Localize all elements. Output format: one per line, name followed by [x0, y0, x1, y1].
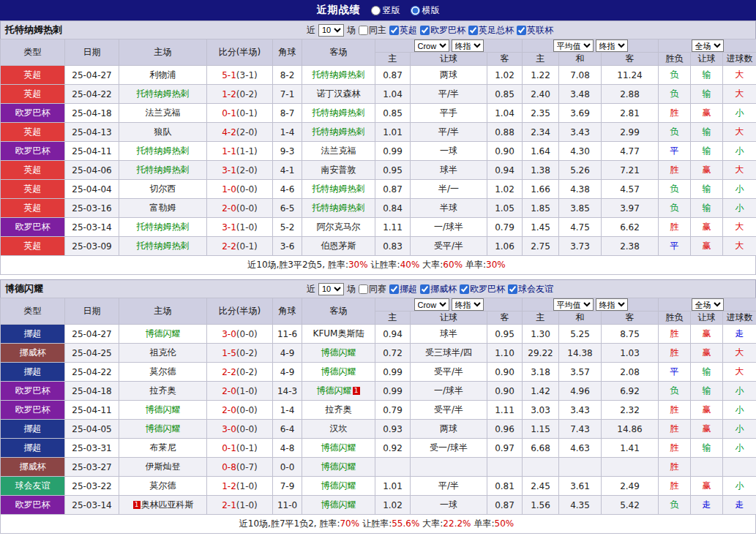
full-score: 4-2 — [222, 127, 236, 137]
league-filter[interactable]: 挪威杯 — [420, 283, 457, 295]
handicap-stage-select[interactable]: 终指 — [452, 298, 484, 311]
handicap-line-cell: 一球 — [411, 142, 487, 161]
league-filter[interactable]: 英联杯 — [517, 24, 553, 37]
subcol-result-goals: 进球数 — [723, 312, 756, 325]
league-filter[interactable]: 欧罗巴杯 — [420, 24, 465, 37]
home-team-name: 莫尔德 — [150, 480, 176, 491]
league-filter[interactable]: 挪超 — [389, 283, 417, 295]
average-select[interactable]: 平均值 — [553, 298, 594, 311]
handicap-home-odds-cell: 0.99 — [375, 142, 411, 161]
handicap-stage-select[interactable]: 终指 — [452, 39, 484, 52]
result-wdl-cell: 平 — [659, 142, 691, 161]
red-card-marker: 1 — [353, 387, 360, 395]
same-venue-filter[interactable]: 同赛 — [359, 283, 386, 295]
league-checkbox[interactable] — [508, 284, 517, 294]
horizontal-radio[interactable] — [411, 6, 420, 15]
league-badge: 英超 — [1, 66, 65, 85]
date-cell: 25-04-06 — [65, 161, 119, 180]
scope-select[interactable]: 全场 — [692, 298, 724, 311]
same-venue-checkbox[interactable] — [359, 284, 368, 294]
same-venue-label: 同主 — [369, 24, 386, 37]
subcol-result-handicap: 让球 — [691, 312, 723, 325]
league-filter[interactable]: 欧罗巴杯 — [460, 283, 505, 295]
match-row: 挪超25-03-31布莱尼0-1(0-1)4-8博德闪耀0.92受一/球半0.9… — [1, 439, 756, 458]
team-section-tottenham: 托特纳姆热刺 近 10 场 同主 英超欧罗巴杯英足总杯英联杯 类型 日期 主场 … — [0, 20, 756, 275]
result-goals-cell: 小 — [723, 142, 756, 161]
half-score: (0-7) — [236, 462, 258, 472]
col-corner: 角球 — [273, 39, 302, 66]
handicap-line-cell: 半球 — [411, 199, 487, 218]
avg-home-odds-cell: 3.03 — [523, 401, 559, 420]
league-badge: 英超 — [1, 237, 65, 256]
result-wdl-cell: 胜 — [659, 401, 691, 420]
away-team-cell: 诺丁汉森林 — [302, 85, 375, 104]
filter-bar: 近 10 场 同赛 挪超挪威杯欧罗巴杯球会友谊 — [307, 283, 553, 295]
handicap-line-cell: 两球 — [411, 420, 487, 439]
result-goals-cell: 小 — [723, 104, 756, 123]
result-handicap-cell: 赢 — [691, 237, 723, 256]
league-filter[interactable]: 英超 — [389, 24, 417, 37]
league-badge: 欧罗巴杯 — [1, 496, 65, 515]
recent-count-select[interactable]: 10 — [318, 283, 344, 295]
league-filter[interactable]: 英足总杯 — [468, 24, 514, 37]
avg-away-odds-cell: 2.99 — [602, 123, 659, 142]
same-venue-filter[interactable]: 同主 — [359, 24, 386, 37]
home-team-cell: 莫尔德 — [119, 363, 207, 382]
away-team-cell: 博德闪耀 — [302, 496, 375, 515]
top-bar: 近期战绩 竖版 横版 — [0, 0, 756, 20]
same-venue-checkbox[interactable] — [359, 26, 368, 35]
away-team-cell: 阿尔克马尔 — [302, 218, 375, 237]
avg-away-odds-cell: 6.62 — [602, 218, 659, 237]
europe-odds-group-header: 平均值 终指 — [523, 39, 659, 53]
league-filter-label: 球会友谊 — [518, 283, 553, 295]
handicap-away-odds-cell: 1.05 — [487, 199, 523, 218]
avg-away-odds-cell: 7.21 — [602, 161, 659, 180]
score-cell: 2-2(0-1) — [207, 237, 273, 256]
handicap-away-odds-cell: 0.81 — [487, 477, 523, 496]
handicap-home-odds-cell: 0.87 — [375, 180, 411, 199]
scope-select[interactable]: 全场 — [692, 39, 724, 52]
bookmaker-select[interactable]: Crow — [414, 298, 449, 311]
near-label: 近 — [307, 283, 315, 295]
vertical-radio[interactable] — [371, 6, 381, 15]
result-wdl-cell: 胜 — [659, 420, 691, 439]
league-checkbox[interactable] — [460, 284, 469, 294]
full-score: 3-1 — [222, 222, 236, 233]
recent-count-select[interactable]: 10 — [318, 24, 344, 37]
league-checkbox[interactable] — [420, 26, 430, 35]
europe-stage-select[interactable]: 终指 — [596, 39, 628, 52]
avg-home-odds-cell: 2.40 — [523, 85, 559, 104]
handicap-away-odds-cell: 1.02 — [487, 180, 523, 199]
handicap-away-odds-cell: 0.94 — [487, 161, 523, 180]
col-home: 主场 — [119, 39, 207, 66]
league-filter[interactable]: 球会友谊 — [508, 283, 553, 295]
league-checkbox[interactable] — [468, 26, 478, 35]
europe-stage-select[interactable]: 终指 — [596, 298, 628, 311]
away-team-name: 博德闪耀 — [321, 480, 356, 491]
away-team-name: 法兰克福 — [321, 146, 356, 156]
handicap-home-odds-cell: 0.93 — [375, 420, 411, 439]
team-name: 博德闪耀 — [5, 282, 43, 295]
league-checkbox[interactable] — [517, 26, 526, 35]
result-handicap-cell: 赢 — [691, 477, 723, 496]
away-team-cell: 博德闪耀 — [302, 458, 375, 477]
league-badge: 欧罗巴杯 — [1, 382, 65, 401]
league-filter-label: 英足总杯 — [479, 24, 514, 37]
half-score: (0-1) — [236, 108, 258, 118]
result-goals-cell — [723, 458, 756, 477]
away-team-name: 托特纳姆热刺 — [312, 203, 365, 213]
result-wdl-cell: 胜 — [659, 104, 691, 123]
stat-label: 胜率: — [328, 260, 348, 270]
avg-home-odds-cell: 1.22 — [523, 66, 559, 85]
stat-value: 30% — [348, 260, 368, 270]
bookmaker-select[interactable]: Crow — [414, 39, 449, 52]
away-team-cell: 托特纳姆热刺 — [302, 104, 375, 123]
average-select[interactable]: 平均值 — [553, 39, 594, 52]
league-checkbox[interactable] — [389, 284, 399, 294]
league-checkbox[interactable] — [420, 284, 430, 294]
layout-radio-horizontal[interactable]: 横版 — [411, 4, 440, 17]
layout-radio-vertical[interactable]: 竖版 — [371, 4, 400, 17]
away-team-cell: 伯恩茅斯 — [302, 237, 375, 256]
match-row: 欧罗巴杯25-04-18法兰克福0-1(0-1)8-7托特纳姆热刺0.85平手1… — [1, 104, 756, 123]
league-checkbox[interactable] — [389, 26, 399, 35]
